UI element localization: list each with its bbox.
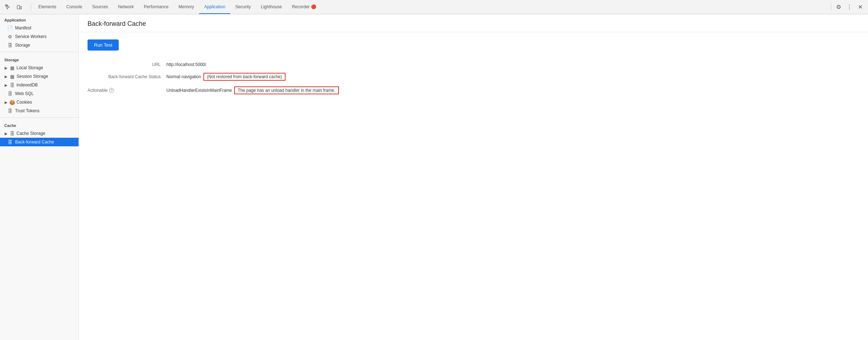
actionable-value: UnloadHandlerExistsInMainFrame The page … bbox=[166, 86, 339, 94]
service-workers-icon: ⚙ bbox=[7, 34, 13, 39]
toolbar-divider-1 bbox=[31, 4, 31, 11]
device-icon[interactable] bbox=[14, 2, 24, 12]
sidebar-label-cache-storage: Cache Storage bbox=[16, 131, 45, 136]
sidebar-item-local-storage[interactable]: ▶ ▦ Local Storage bbox=[0, 63, 79, 72]
url-row: URL http://localhost:5000/ bbox=[88, 62, 859, 67]
chevron-cookies: ▶ bbox=[4, 100, 8, 104]
tab-memory[interactable]: Memory bbox=[174, 0, 199, 14]
main-layout: Application 📄 Manifest ⚙ Service Workers… bbox=[0, 14, 868, 340]
sidebar-label-storage-app: Storage bbox=[15, 43, 30, 48]
local-storage-icon: ▦ bbox=[9, 65, 15, 71]
sidebar-label-local-storage: Local Storage bbox=[16, 65, 43, 70]
tab-elements[interactable]: Elements bbox=[33, 0, 61, 14]
more-icon[interactable]: ⋮ bbox=[844, 2, 854, 12]
sidebar-label-manifest: Manifest bbox=[15, 25, 31, 30]
actionable-code: UnloadHandlerExistsInMainFrame bbox=[166, 88, 232, 93]
indexeddb-icon: 🗄 bbox=[9, 82, 15, 88]
content-body: Run Test URL http://localhost:5000/ Back… bbox=[79, 32, 868, 107]
page-title: Back-forward Cache bbox=[88, 20, 859, 28]
sidebar-item-cookies[interactable]: ▶ 🍪 Cookies bbox=[0, 98, 79, 107]
chevron-local-storage: ▶ bbox=[4, 66, 8, 70]
tab-security[interactable]: Security bbox=[230, 0, 256, 14]
chevron-cache-storage: ▶ bbox=[4, 132, 8, 136]
url-value: http://localhost:5000/ bbox=[166, 62, 206, 67]
tab-recorder[interactable]: Recorder 🔴 bbox=[287, 0, 321, 14]
svg-rect-2 bbox=[20, 6, 22, 9]
chevron-session-storage: ▶ bbox=[4, 75, 8, 79]
sidebar-divider-2 bbox=[0, 117, 79, 118]
cache-status-label: Back-forward Cache Status bbox=[88, 74, 166, 79]
cache-status-row: Back-forward Cache Status Normal navigat… bbox=[88, 73, 859, 81]
sidebar-header-cache: Cache bbox=[0, 120, 79, 129]
info-table: URL http://localhost:5000/ Back-forward … bbox=[88, 62, 859, 94]
toolbar-right-icons: ⚙ ⋮ ✕ bbox=[834, 2, 865, 12]
sidebar-header-application: Application bbox=[0, 14, 79, 24]
toolbar-divider-2 bbox=[831, 4, 831, 11]
cache-storage-icon: 🗄 bbox=[9, 131, 15, 136]
cache-status-normal: Normal navigation bbox=[166, 74, 201, 79]
tab-application[interactable]: Application bbox=[199, 0, 230, 14]
content-header: Back-forward Cache bbox=[79, 14, 868, 32]
run-test-button[interactable]: Run Test bbox=[88, 39, 119, 51]
sidebar-item-storage-app[interactable]: 🗄 Storage bbox=[0, 41, 79, 49]
sidebar-item-manifest[interactable]: 📄 Manifest bbox=[0, 24, 79, 32]
tab-lighthouse[interactable]: Lighthouse bbox=[256, 0, 287, 14]
tab-network[interactable]: Network bbox=[113, 0, 139, 14]
back-forward-cache-icon: 🗄 bbox=[7, 140, 13, 145]
cache-status-highlighted: (Not restored from back-forward cache) bbox=[203, 73, 286, 81]
sidebar-item-trust-tokens[interactable]: 🗄 Trust Tokens bbox=[0, 107, 79, 115]
sidebar-item-service-workers[interactable]: ⚙ Service Workers bbox=[0, 32, 79, 41]
web-sql-icon: 🗄 bbox=[7, 91, 13, 96]
actionable-label-container: Actionable ? bbox=[88, 88, 161, 93]
manifest-icon: 📄 bbox=[7, 25, 13, 31]
chevron-indexeddb: ▶ bbox=[4, 83, 8, 87]
session-storage-icon: ▦ bbox=[9, 74, 15, 79]
close-icon[interactable]: ✕ bbox=[855, 2, 865, 12]
trust-tokens-icon: 🗄 bbox=[7, 108, 13, 114]
inspect-icon[interactable] bbox=[3, 2, 13, 12]
sidebar-divider-1 bbox=[0, 52, 79, 52]
cache-status-value: Normal navigation (Not restored from bac… bbox=[166, 73, 286, 81]
tab-performance[interactable]: Performance bbox=[139, 0, 174, 14]
sidebar-label-indexeddb: IndexedDB bbox=[16, 82, 38, 88]
cookies-icon: 🍪 bbox=[9, 100, 15, 105]
sidebar: Application 📄 Manifest ⚙ Service Workers… bbox=[0, 14, 79, 340]
sidebar-item-back-forward-cache[interactable]: 🗄 Back-forward Cache bbox=[0, 138, 79, 146]
sidebar-header-storage: Storage bbox=[0, 54, 79, 63]
sidebar-label-session-storage: Session Storage bbox=[16, 74, 48, 79]
actionable-description: The page has an unload handler in the ma… bbox=[234, 86, 339, 94]
sidebar-label-cookies: Cookies bbox=[16, 100, 32, 105]
actionable-label-cell: Actionable ? bbox=[88, 88, 166, 93]
sidebar-item-session-storage[interactable]: ▶ ▦ Session Storage bbox=[0, 72, 79, 81]
sidebar-label-service-workers: Service Workers bbox=[15, 34, 47, 39]
sidebar-item-web-sql[interactable]: 🗄 Web SQL bbox=[0, 89, 79, 98]
sidebar-label-trust-tokens: Trust Tokens bbox=[15, 108, 39, 113]
url-label: URL bbox=[88, 62, 166, 67]
actionable-text: Actionable bbox=[88, 88, 108, 93]
sidebar-label-web-sql: Web SQL bbox=[15, 91, 34, 96]
toolbar: Elements Console Sources Network Perform… bbox=[0, 0, 868, 14]
sidebar-label-back-forward-cache: Back-forward Cache bbox=[15, 140, 54, 145]
storage-app-icon: 🗄 bbox=[7, 43, 13, 48]
actionable-row: Actionable ? UnloadHandlerExistsInMainFr… bbox=[88, 86, 859, 94]
url-text: http://localhost:5000/ bbox=[166, 62, 206, 67]
help-icon[interactable]: ? bbox=[109, 88, 114, 93]
sidebar-item-indexeddb[interactable]: ▶ 🗄 IndexedDB bbox=[0, 81, 79, 89]
toolbar-tabs: Elements Console Sources Network Perform… bbox=[33, 0, 829, 14]
tab-console[interactable]: Console bbox=[61, 0, 87, 14]
tab-sources[interactable]: Sources bbox=[87, 0, 113, 14]
toolbar-left-icons bbox=[3, 2, 24, 12]
content-panel: Back-forward Cache Run Test URL http://l… bbox=[79, 14, 868, 340]
sidebar-item-cache-storage[interactable]: ▶ 🗄 Cache Storage bbox=[0, 129, 79, 138]
svg-rect-1 bbox=[17, 5, 20, 9]
settings-icon[interactable]: ⚙ bbox=[834, 2, 844, 12]
